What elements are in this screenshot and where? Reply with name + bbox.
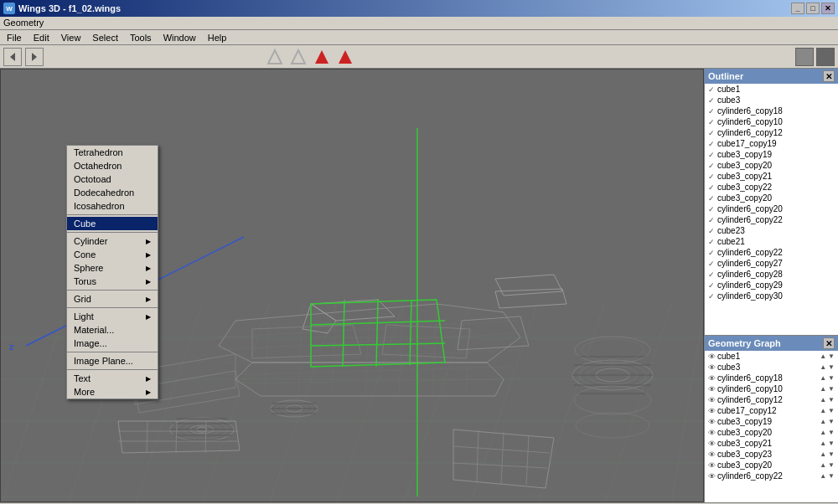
outliner-item[interactable]: cube1 <box>705 84 838 95</box>
outliner-item[interactable]: cylinder6_copy30 <box>705 291 838 301</box>
view-button-2[interactable] <box>289 48 308 66</box>
outliner-item[interactable]: cube21 <box>705 236 838 247</box>
outliner-item[interactable]: cylinder6_copy20 <box>705 203 838 214</box>
eye-icon: 👁 <box>708 352 716 361</box>
menubar: File Edit View Select Tools Window Help <box>0 30 838 45</box>
geo-graph-list[interactable]: 👁cube1▲▼👁cube3▲▼👁cylinder6_copy18▲▼👁cyli… <box>705 351 838 502</box>
outliner-item[interactable]: cylinder6_copy22 <box>705 214 838 225</box>
ctx-tetrahedron[interactable]: Tetrahedron <box>67 146 158 159</box>
ctx-light[interactable]: Light <box>67 310 158 323</box>
ctx-image[interactable]: Image... <box>67 337 158 350</box>
arrow-down-icon: ▼ <box>828 385 835 393</box>
ctx-image-plane[interactable]: Image Plane... <box>67 354 158 368</box>
geo-graph-item[interactable]: 👁cube3_copy19▲▼ <box>705 416 838 427</box>
arrow-up-icon: ▲ <box>820 352 826 360</box>
minimize-button[interactable]: _ <box>791 3 804 14</box>
arrow-up-icon: ▲ <box>820 363 826 371</box>
next-button[interactable] <box>25 48 44 66</box>
subtitle-bar: Geometry <box>0 17 838 30</box>
eye-icon: 👁 <box>708 407 716 415</box>
maximize-button[interactable]: □ <box>806 3 820 14</box>
ctx-octotoad[interactable]: Octotoad <box>67 172 158 186</box>
menu-window[interactable]: Window <box>158 32 201 44</box>
geo-graph-item[interactable]: 👁cube3▲▼ <box>705 362 838 373</box>
outliner-item[interactable]: cylinder6_copy22 <box>705 247 838 258</box>
geo-graph-item[interactable]: 👁cube3_copy21▲▼ <box>705 438 838 449</box>
arrow-up-icon: ▲ <box>820 418 826 425</box>
outliner-item[interactable]: cube17_copy19 <box>705 138 838 149</box>
eye-icon: 👁 <box>708 374 716 383</box>
geo-graph-item[interactable]: 👁cube3_copy20▲▼ <box>705 427 838 438</box>
outliner-item[interactable]: cube3_copy21 <box>705 171 838 182</box>
geo-graph-item[interactable]: 👁cylinder6_copy22▲▼ <box>705 471 838 481</box>
outliner-list[interactable]: cube1cube3cylinder6_copy18cylinder6_copy… <box>705 84 838 335</box>
outliner-item[interactable]: cube3_copy20 <box>705 193 838 203</box>
geo-graph-item[interactable]: 👁cube3_copy20▲▼ <box>705 460 838 471</box>
geo-graph-item[interactable]: 👁cube3_copy23▲▼ <box>705 449 838 460</box>
ctx-text[interactable]: Text <box>67 372 158 385</box>
arrow-down-icon: ▼ <box>828 461 835 469</box>
outliner-item[interactable]: cube23 <box>705 225 838 236</box>
eye-icon: 👁 <box>708 472 716 481</box>
ctx-separator-4 <box>67 307 158 308</box>
menu-help[interactable]: Help <box>203 32 232 44</box>
ctx-dodecahedron[interactable]: Dodecahedron <box>67 186 158 199</box>
view-button-1[interactable] <box>266 48 284 66</box>
outliner-item[interactable]: cylinder6_copy28 <box>705 269 838 280</box>
context-menu[interactable]: Tetrahedron Octahedron Octotoad Dodecahe… <box>66 145 158 399</box>
outliner-item[interactable]: cylinder6_copy10 <box>705 116 838 127</box>
ctx-more[interactable]: More <box>67 385 158 399</box>
arrow-down-icon: ▼ <box>828 418 835 425</box>
viewport[interactable]: z x <box>0 69 704 502</box>
close-button[interactable]: ✕ <box>821 3 835 14</box>
outliner-item[interactable]: cube3_copy20 <box>705 160 838 171</box>
arrow-down-icon: ▼ <box>828 363 835 371</box>
titlebar-left: W Wings 3D - f1_02.wings <box>3 3 121 14</box>
ctx-cone[interactable]: Cone <box>67 248 158 261</box>
ctx-octahedron[interactable]: Octahedron <box>67 159 158 172</box>
outliner-item[interactable]: cylinder6_copy27 <box>705 258 838 269</box>
svg-marker-1 <box>32 53 37 61</box>
view-mode-1[interactable] <box>795 48 814 66</box>
right-panel: Outliner ✕ cube1cube3cylinder6_copy18cyl… <box>704 69 838 502</box>
menu-select[interactable]: Select <box>87 32 123 44</box>
view-mode-2[interactable] <box>816 48 835 66</box>
geo-graph-item[interactable]: 👁cylinder6_copy10▲▼ <box>705 383 838 394</box>
prev-button[interactable] <box>3 48 22 66</box>
geo-graph-item[interactable]: 👁cube17_copy12▲▼ <box>705 405 838 416</box>
outliner-item[interactable]: cube3_copy19 <box>705 149 838 160</box>
geo-graph-item[interactable]: 👁cylinder6_copy12▲▼ <box>705 394 838 405</box>
outliner-header: Outliner ✕ <box>705 69 838 84</box>
outliner-item[interactable]: cylinder6_copy29 <box>705 280 838 291</box>
ctx-sphere[interactable]: Sphere <box>67 261 158 275</box>
eye-icon: 👁 <box>708 461 716 470</box>
ctx-grid[interactable]: Grid <box>67 292 158 306</box>
titlebar-controls[interactable]: _ □ ✕ <box>791 3 835 14</box>
svg-marker-3 <box>292 50 305 64</box>
geo-graph-close[interactable]: ✕ <box>823 337 835 349</box>
outliner-item[interactable]: cylinder6_copy18 <box>705 105 838 116</box>
svg-marker-2 <box>268 50 282 64</box>
outliner-close[interactable]: ✕ <box>823 70 835 82</box>
arrow-up-icon: ▲ <box>820 429 826 436</box>
arrow-up-icon: ▲ <box>820 385 826 393</box>
menu-view[interactable]: View <box>56 32 86 44</box>
ctx-icosahedron[interactable]: Icosahedron <box>67 199 158 213</box>
ctx-cylinder[interactable]: Cylinder <box>67 234 158 248</box>
geo-graph-item[interactable]: 👁cylinder6_copy18▲▼ <box>705 373 838 383</box>
ctx-cube[interactable]: Cube <box>67 217 158 230</box>
menu-tools[interactable]: Tools <box>125 32 157 44</box>
ctx-material[interactable]: Material... <box>67 323 158 337</box>
subtitle-text: Geometry <box>3 18 44 28</box>
outliner-item[interactable]: cube3_copy22 <box>705 182 838 193</box>
menu-file[interactable]: File <box>2 32 27 44</box>
outliner-item[interactable]: cube3 <box>705 95 838 105</box>
ctx-torus[interactable]: Torus <box>67 275 158 288</box>
view-button-3[interactable] <box>313 48 331 66</box>
outliner-item[interactable]: cylinder6_copy12 <box>705 127 838 138</box>
geo-graph-item[interactable]: 👁cube1▲▼ <box>705 351 838 362</box>
menu-edit[interactable]: Edit <box>28 32 54 44</box>
arrow-down-icon: ▼ <box>828 396 835 404</box>
view-button-4[interactable] <box>336 48 354 66</box>
svg-marker-0 <box>10 53 15 61</box>
